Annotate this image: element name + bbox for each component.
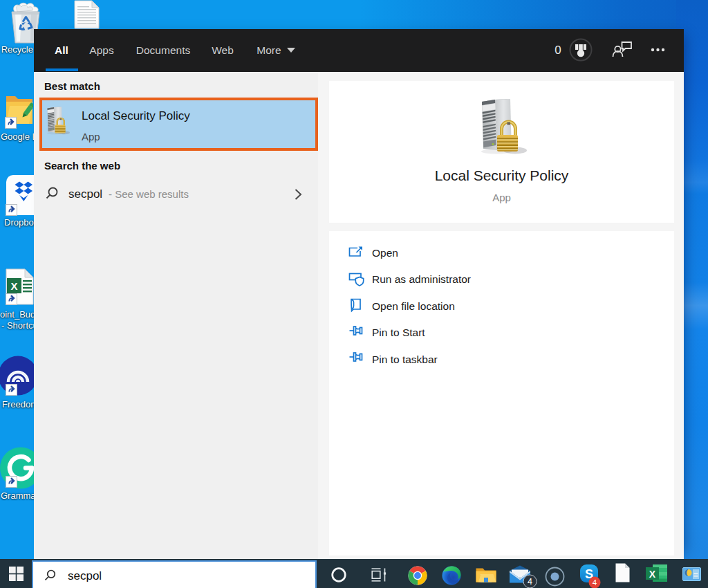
svg-text:4: 4: [528, 577, 532, 587]
svg-text:4: 4: [593, 578, 597, 587]
svg-text:X: X: [10, 280, 17, 292]
svg-text:X: X: [649, 569, 656, 580]
